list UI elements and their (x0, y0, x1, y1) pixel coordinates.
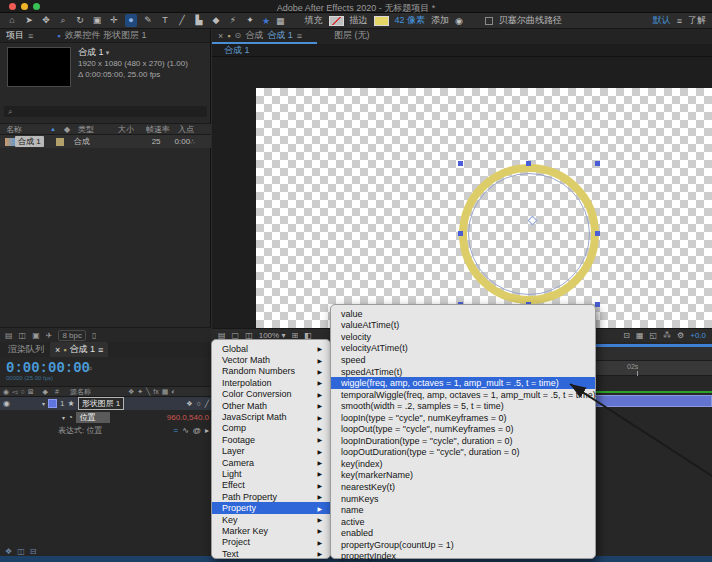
quality-switch-icon[interactable]: ╲ (146, 388, 150, 396)
zoom-tool[interactable]: ⌕ (57, 14, 69, 27)
expression-menu-category[interactable]: Vector Math ▶ (212, 354, 330, 365)
expression-menu-item[interactable]: key(markerName) (331, 470, 595, 482)
expression-menu-item[interactable]: smooth(width = .2, samples = 5, t = time… (331, 400, 595, 412)
expression-menu-category[interactable]: Other Math ▶ (212, 400, 330, 411)
expression-menu-category[interactable]: Interpolation ▶ (212, 377, 330, 388)
fast-previews-icon[interactable]: ⚙ (677, 331, 684, 340)
stroke-label[interactable]: 描边 (350, 14, 368, 27)
eraser-tool[interactable]: ◆ (210, 14, 222, 27)
frame-blend-switch-icon[interactable]: ▦ (162, 388, 169, 396)
workspace-menu-icon[interactable]: ≡ (677, 16, 682, 26)
roto-brush-tool[interactable]: ⚡ (227, 14, 239, 27)
expression-menu-item[interactable]: value (331, 308, 595, 320)
tab-layer-viewer[interactable]: 图层 (无) (334, 29, 370, 42)
selection-handle-middle-right[interactable] (595, 231, 600, 236)
expression-menu-category[interactable]: Color Conversion ▶ (212, 389, 330, 400)
close-tab-icon[interactable]: × (55, 345, 60, 355)
position-property-row[interactable]: ▾ ◔ 位置 960.0,540.0 (0, 411, 212, 424)
expression-menu-item[interactable]: speed (331, 354, 595, 366)
column-fps[interactable]: 帧速率 (146, 124, 170, 135)
source-name-column[interactable]: 源名称 (70, 387, 91, 397)
color-depth-button[interactable]: 8 bpc (58, 330, 86, 341)
expression-menu-category[interactable]: Effect ▶ (212, 480, 330, 491)
panel-menu-icon[interactable]: ≡ (297, 31, 302, 41)
sort-ascending-icon[interactable]: ▲ (50, 126, 56, 132)
selection-handle-top-left[interactable] (458, 161, 463, 166)
puppet-pin-tool[interactable]: ✦ (244, 14, 256, 27)
transparency-grid-icon[interactable]: ▦ (276, 16, 285, 26)
expression-menu-category[interactable]: Light ▶ (212, 468, 330, 479)
expression-menu-category[interactable]: Layer ▶ (212, 446, 330, 457)
expression-menu-category[interactable]: Text ▶ (212, 548, 330, 559)
audio-column-icon[interactable]: ◅ (12, 388, 17, 396)
stopwatch-icon[interactable]: ◔ (68, 413, 73, 422)
composition-canvas[interactable] (212, 57, 712, 342)
project-search-input[interactable]: ⌕ (4, 106, 207, 117)
fill-color-swatch[interactable] (329, 16, 344, 26)
expression-menu-item[interactable]: loopOut(type = "cycle", numKeyframes = 0… (331, 423, 595, 435)
layer-shy-icon[interactable]: ❖ (186, 400, 192, 408)
panel-menu-icon[interactable]: ≡ (28, 31, 33, 41)
layer-row[interactable]: ◉ ▾ 1 ★ 形状图层 1 ❖ ○ ╱ (0, 397, 212, 410)
selection-handle-bottom-right[interactable] (595, 302, 600, 307)
property-expand-chevron[interactable]: ▾ (62, 414, 65, 421)
learn-button[interactable]: 了解 (688, 14, 706, 27)
chevron-down-icon[interactable]: ▾ (106, 49, 110, 56)
lock-column-icon[interactable]: ⊠ (28, 388, 34, 396)
new-composition-icon[interactable]: ▣ (32, 331, 40, 340)
home-tool[interactable]: ⌂ (6, 14, 18, 27)
expression-menu-item[interactable]: nearestKey(t) (331, 481, 595, 493)
expression-menu-item[interactable]: name (331, 504, 595, 516)
selection-handle-middle-left[interactable] (458, 231, 463, 236)
tab-composition-name[interactable]: 合成 1 (267, 29, 293, 42)
expression-menu-item[interactable]: speedAtTime(t) (331, 366, 595, 378)
pan-behind-tool[interactable]: ✛ (108, 14, 120, 27)
composition-name[interactable]: 合成 1 (78, 47, 104, 57)
column-size[interactable]: 大小 (118, 124, 134, 135)
project-item-row[interactable]: 合成 1 合成 25 0:00 ∴ (0, 135, 211, 148)
type-tool[interactable]: T (159, 14, 171, 27)
breadcrumb-comp-name[interactable]: 合成 1 (224, 44, 250, 57)
flowchart-icon[interactable]: ∴ (190, 138, 194, 146)
expression-menu-item[interactable]: loopIn(type = "cycle", numKeyframes = 0) (331, 412, 595, 424)
fill-label[interactable]: 填充 (305, 14, 323, 27)
expression-menu-item[interactable]: key(index) (331, 458, 595, 470)
label-color-chip[interactable] (56, 138, 64, 146)
camera-tool[interactable]: ▣ (91, 14, 103, 27)
effects-switch-icon[interactable]: fx (153, 388, 158, 395)
layer-label-chip[interactable] (48, 399, 57, 408)
snap-star-icon[interactable]: ★ (262, 16, 270, 26)
tab-project[interactable]: 项目 (6, 29, 24, 42)
collapse-switch-icon[interactable]: ✦ (137, 388, 143, 396)
selection-tool[interactable]: ➤ (23, 14, 35, 27)
expression-menu-category[interactable]: Random Numbers ▶ (212, 366, 330, 377)
column-in[interactable]: 入点 (178, 124, 194, 135)
expression-menu-item[interactable]: loopOutDuration(type = "cycle", duration… (331, 447, 595, 459)
rotate-tool[interactable]: ↻ (74, 14, 86, 27)
current-timecode[interactable]: 0:00:00:00 (6, 360, 90, 376)
property-value[interactable]: 960.0,540.0 (167, 413, 209, 422)
expression-menu-category[interactable]: Property ▶ (212, 502, 330, 513)
selection-handle-top-right[interactable] (595, 161, 600, 166)
panel-menu-icon[interactable]: ≡ (98, 345, 103, 355)
tab-timeline-comp[interactable]: × ▪ 合成 1 ≡ (50, 342, 108, 357)
region-of-interest-icon[interactable]: ⊡ (623, 331, 630, 340)
tab-render-queue[interactable]: 渲染队列 (8, 343, 44, 356)
pixel-aspect-icon[interactable]: ⁂ (663, 331, 671, 340)
expression-graph-icon[interactable]: ∿ (182, 426, 189, 435)
clone-stamp-tool[interactable]: ▙ (193, 14, 205, 27)
shape-tool[interactable]: ● (125, 14, 137, 27)
expression-menu-category[interactable]: JavaScript Math ▶ (212, 411, 330, 422)
layer-visibility-icon[interactable]: ◉ (3, 399, 10, 408)
expression-language-menu-icon[interactable]: ▸ (205, 426, 209, 435)
layer-quality-icon[interactable]: ○ (197, 400, 201, 408)
import-icon[interactable]: ▤ (5, 331, 13, 340)
brush-tool[interactable]: ╱ (176, 14, 188, 27)
layer-name-field[interactable]: 形状图层 1 (78, 397, 125, 410)
tab-effect-controls[interactable]: 效果控件 形状图层 1 (64, 29, 146, 42)
expression-menu-category[interactable]: Project ▶ (212, 537, 330, 548)
expression-menu-item[interactable]: enabled (331, 527, 595, 539)
new-folder-icon[interactable]: ◫ (19, 331, 27, 340)
expand-transfer-icon[interactable]: ◫ (17, 547, 25, 556)
expression-menu-category[interactable]: Global ▶ (212, 343, 330, 354)
